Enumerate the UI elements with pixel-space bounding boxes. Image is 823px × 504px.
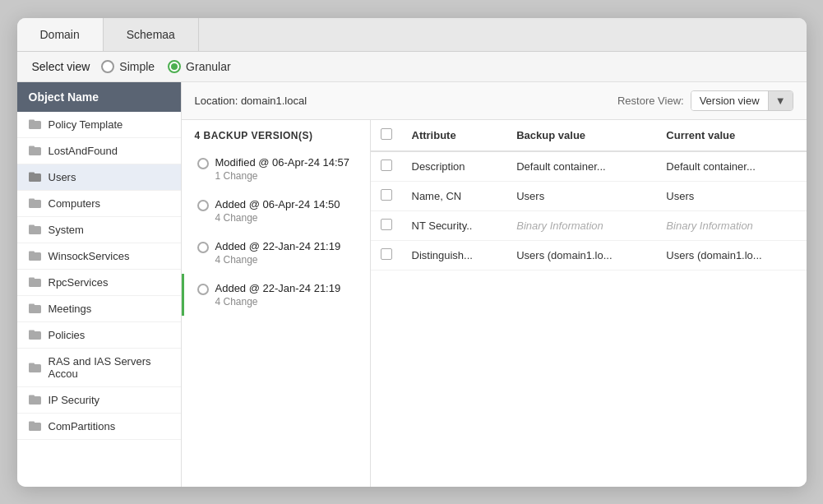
radio-granular-circle[interactable] — [168, 60, 181, 73]
backup-radio-v2[interactable] — [197, 200, 209, 211]
col-attribute: Attribute — [402, 120, 507, 151]
row-attr-r1: Description — [402, 151, 507, 182]
sidebar-item-label: WinsockServices — [49, 250, 130, 262]
folder-icon — [29, 171, 42, 183]
row-checkbox-r1[interactable] — [381, 160, 392, 171]
radio-granular-label: Granular — [186, 60, 230, 73]
view-bar: Select view Simple Granular — [17, 52, 807, 82]
row-current-r2: Users — [656, 181, 806, 210]
folder-icon — [29, 250, 42, 261]
row-checkbox-r4[interactable] — [381, 248, 392, 260]
tab-domain[interactable]: Domain — [17, 18, 104, 51]
row-backup-r2: Users — [506, 181, 656, 210]
svg-rect-15 — [29, 304, 35, 307]
backup-info-v1: Modified @ 06-Apr-24 14:57 1 Change — [215, 156, 350, 182]
svg-rect-1 — [29, 120, 35, 123]
backup-item-v1[interactable]: Modified @ 06-Apr-24 14:57 1 Change — [182, 148, 370, 190]
sidebar-item-label: Meetings — [49, 303, 92, 315]
tab-schemaa[interactable]: Schemaa — [104, 18, 199, 51]
backup-radio-v1[interactable] — [197, 158, 209, 169]
sidebar: Object Name Policy Template LostAndFound… — [17, 82, 182, 487]
select-view-label: Select view — [32, 60, 90, 73]
folder-icon — [29, 303, 42, 314]
location-bar: Location: domain1.local Restore View: Ve… — [182, 82, 807, 120]
backup-radio-v4[interactable] — [197, 284, 209, 295]
select-all-checkbox[interactable] — [381, 128, 392, 140]
sidebar-item-users[interactable]: Users — [17, 164, 181, 191]
backup-info-v3: Added @ 22-Jan-24 21:19 4 Change — [215, 240, 341, 266]
sidebar-item-label: Policy Template — [49, 118, 123, 131]
radio-group: Simple Granular — [101, 60, 230, 73]
table-row: Distinguish... Users (domain1.lo... User… — [371, 240, 807, 270]
svg-rect-11 — [29, 252, 35, 254]
radio-simple-circle[interactable] — [101, 60, 114, 73]
radio-simple[interactable]: Simple — [101, 60, 155, 73]
sidebar-item-ras-ias[interactable]: RAS and IAS Servers Accou — [17, 349, 181, 387]
version-select-label: Version view — [691, 91, 768, 110]
location-value: domain1.local — [241, 95, 307, 107]
row-backup-r4: Users (domain1.lo... — [506, 240, 656, 270]
right-panel: Location: domain1.local Restore View: Ve… — [182, 82, 807, 487]
row-check-r1[interactable] — [371, 151, 402, 182]
sidebar-item-rpcservices[interactable]: RpcServices — [17, 270, 181, 296]
folder-icon — [29, 118, 42, 130]
sidebar-item-policies[interactable]: Policies — [17, 322, 181, 349]
attr-table: Attribute Backup value Current value Des… — [371, 120, 807, 270]
sidebar-item-compartitions[interactable]: ComPartitions — [17, 414, 181, 440]
svg-rect-9 — [29, 225, 35, 228]
svg-rect-17 — [29, 331, 35, 333]
row-check-r4[interactable] — [371, 240, 402, 270]
row-attr-r2: Name, CN — [402, 181, 507, 210]
backup-list: 4 BACKUP VERSION(S) Modified @ 06-Apr-24… — [182, 120, 371, 487]
backup-info-v2: Added @ 06-Apr-24 14:50 4 Change — [215, 198, 340, 224]
restore-view-container: Restore View: Version view ▼ — [617, 90, 793, 111]
backup-date-v1: Modified @ 06-Apr-24 14:57 — [215, 156, 350, 169]
backup-change-v2: 4 Change — [215, 212, 340, 224]
row-attr-r3: NT Security.. — [402, 210, 507, 240]
content-area: 4 BACKUP VERSION(S) Modified @ 06-Apr-24… — [182, 120, 807, 487]
backup-radio-v3[interactable] — [197, 242, 209, 253]
sidebar-item-winsockservices[interactable]: WinsockServices — [17, 243, 181, 270]
sidebar-item-label: Policies — [49, 329, 86, 341]
folder-icon — [29, 276, 42, 288]
sidebar-item-label: Users — [49, 171, 76, 183]
row-check-r3[interactable] — [371, 210, 402, 240]
version-select-arrow-icon[interactable]: ▼ — [768, 91, 793, 110]
col-backup: Backup value — [506, 120, 656, 151]
backup-change-v4: 4 Change — [215, 296, 341, 307]
svg-rect-3 — [29, 146, 35, 149]
row-check-r2[interactable] — [371, 181, 402, 210]
radio-granular[interactable]: Granular — [168, 60, 230, 73]
restore-view-label: Restore View: — [617, 95, 684, 107]
sidebar-item-meetings[interactable]: Meetings — [17, 296, 181, 322]
svg-rect-5 — [29, 173, 35, 175]
sidebar-item-policy-template[interactable]: Policy Template — [17, 112, 181, 138]
folder-icon — [29, 197, 42, 209]
sidebar-item-label: IP Security — [49, 394, 100, 406]
folder-icon — [29, 145, 42, 156]
row-current-r1: Default container... — [656, 151, 806, 182]
sidebar-item-label: LostAndFound — [49, 145, 118, 157]
sidebar-header: Object Name — [17, 82, 181, 112]
folder-icon — [29, 394, 42, 405]
folder-icon — [29, 420, 42, 432]
version-select[interactable]: Version view ▼ — [691, 90, 793, 111]
folder-icon — [29, 362, 42, 373]
sidebar-item-ip-security[interactable]: IP Security — [17, 387, 181, 414]
backup-date-v2: Added @ 06-Apr-24 14:50 — [215, 198, 340, 210]
folder-icon — [29, 224, 42, 235]
sidebar-item-system[interactable]: System — [17, 217, 181, 243]
col-check — [371, 120, 402, 151]
backup-item-v4[interactable]: Added @ 22-Jan-24 21:19 4 Change — [182, 274, 370, 316]
table-row: Description Default container... Default… — [371, 151, 807, 182]
svg-rect-7 — [29, 199, 35, 201]
backup-item-v3[interactable]: Added @ 22-Jan-24 21:19 4 Change — [182, 232, 370, 274]
svg-rect-13 — [29, 278, 35, 280]
row-checkbox-r2[interactable] — [381, 189, 392, 201]
backup-item-v2[interactable]: Added @ 06-Apr-24 14:50 4 Change — [182, 190, 370, 232]
sidebar-item-computers[interactable]: Computers — [17, 191, 181, 217]
tab-bar: Domain Schemaa — [17, 18, 807, 52]
main-content: Object Name Policy Template LostAndFound… — [17, 82, 807, 487]
sidebar-item-lostandfound[interactable]: LostAndFound — [17, 138, 181, 164]
row-checkbox-r3[interactable] — [381, 219, 392, 230]
